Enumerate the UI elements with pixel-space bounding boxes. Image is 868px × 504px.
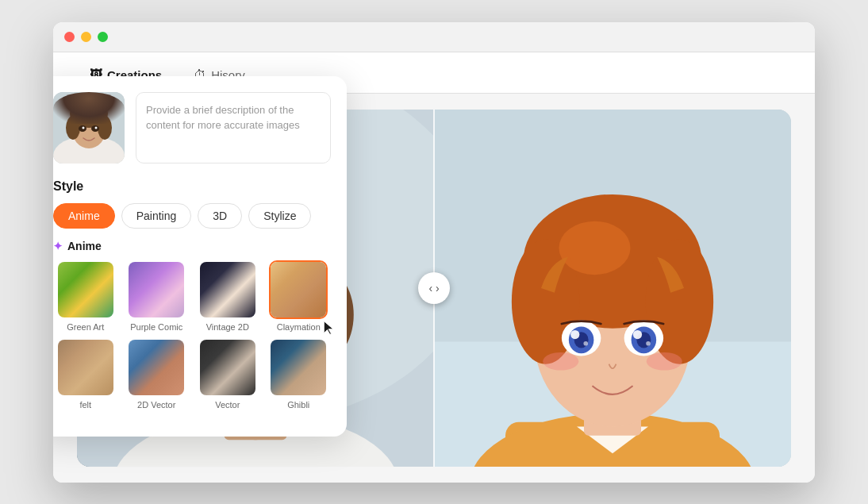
avatar-preview — [53, 92, 125, 164]
svg-point-28 — [559, 221, 631, 275]
style-item-claymation[interactable]: Claymation — [267, 260, 332, 332]
style-item-felt[interactable]: felt — [53, 338, 118, 410]
svg-point-38 — [646, 340, 651, 345]
style-thumb-claymation — [269, 260, 328, 319]
slider-arrows: ‹ › — [428, 282, 439, 294]
description-placeholder: Provide a brief description of the conte… — [146, 104, 300, 132]
anime-section-label: ✦ Anime — [53, 240, 331, 252]
svg-point-40 — [647, 352, 682, 371]
style-btn-painting[interactable]: Painting — [121, 203, 192, 229]
close-button[interactable] — [64, 32, 75, 42]
svg-point-47 — [66, 116, 80, 140]
minimize-button[interactable] — [81, 32, 91, 42]
style-label-green-art: Green Art — [67, 322, 104, 332]
style-label-vector: Vector — [215, 400, 240, 410]
style-thumb-ghibli — [269, 338, 328, 397]
style-label-2d-vector: 2D Vector — [137, 400, 175, 410]
style-thumb-2d-vector — [127, 338, 186, 397]
description-input[interactable]: Provide a brief description of the conte… — [136, 92, 331, 164]
left-panel: Provide a brief description of the conte… — [53, 76, 347, 437]
style-grid-row1: Green Art Purple Comic Vintage 2D — [53, 260, 331, 332]
style-label-vintage-2d: Vintage 2D — [206, 322, 249, 332]
style-label-claymation: Claymation — [277, 322, 321, 332]
svg-point-51 — [83, 126, 85, 129]
sparkle-icon: ✦ — [53, 240, 63, 252]
style-thumb-vector — [198, 338, 257, 397]
style-section-label: Style — [53, 179, 331, 194]
svg-point-48 — [98, 116, 112, 140]
title-bar — [53, 22, 815, 52]
upload-section: Provide a brief description of the conte… — [53, 92, 331, 164]
maximize-button[interactable] — [98, 32, 108, 42]
style-buttons: Anime Painting 3D Stylize — [53, 203, 331, 229]
svg-point-52 — [95, 126, 98, 129]
style-btn-anime[interactable]: Anime — [53, 203, 115, 229]
style-item-ghibli[interactable]: Ghibli — [267, 338, 332, 410]
style-label-felt: felt — [79, 400, 91, 410]
style-item-green-art[interactable]: Green Art — [53, 260, 118, 332]
style-btn-3d[interactable]: 3D — [198, 203, 242, 229]
svg-point-35 — [570, 329, 579, 338]
svg-point-37 — [583, 340, 588, 345]
style-label-ghibli: Ghibli — [287, 400, 309, 410]
svg-point-36 — [633, 329, 642, 338]
style-item-vector[interactable]: Vector — [195, 338, 260, 410]
style-section: Style Anime Painting 3D Stylize ✦ Anime — [53, 179, 331, 410]
style-thumb-green-art — [56, 260, 115, 319]
style-label-purple-comic: Purple Comic — [130, 322, 182, 332]
svg-point-39 — [543, 352, 578, 371]
style-item-purple-comic[interactable]: Purple Comic — [125, 260, 190, 332]
style-thumb-felt — [56, 338, 115, 397]
style-grid-row2: felt 2D Vector Vector — [53, 338, 331, 410]
style-btn-stylize[interactable]: Stylize — [248, 203, 311, 229]
avatar-upload[interactable] — [53, 92, 125, 164]
style-item-vintage-2d[interactable]: Vintage 2D — [195, 260, 260, 332]
style-item-2d-vector[interactable]: 2D Vector — [125, 338, 190, 410]
style-thumb-purple-comic — [127, 260, 186, 319]
browser-window: 🖼 Creations ⏱ Hisory — [53, 22, 815, 483]
browser-content: 🖼 Creations ⏱ Hisory — [53, 52, 815, 483]
comparison-handle[interactable]: ‹ › — [418, 272, 450, 304]
style-thumb-vintage-2d — [198, 260, 257, 319]
anime-label-text: Anime — [67, 240, 102, 252]
svg-point-46 — [70, 99, 108, 128]
anime-side — [434, 110, 791, 467]
cursor-icon — [321, 320, 337, 336]
